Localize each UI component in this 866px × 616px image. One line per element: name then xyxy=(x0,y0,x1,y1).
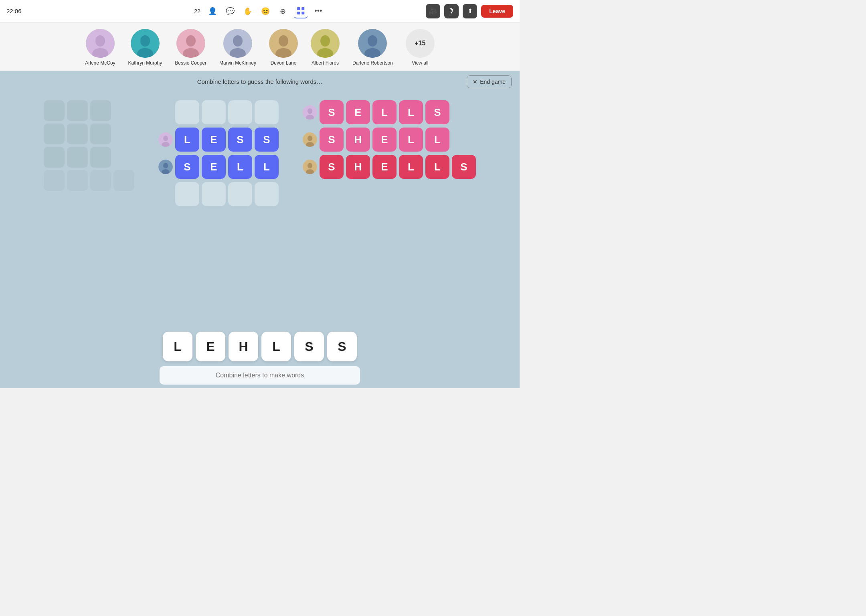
participants-bar: Arlene McCoy Kathryn Murphy Bessie Coope… xyxy=(0,22,520,71)
empty-tile xyxy=(255,182,279,206)
result-E3[interactable]: E xyxy=(372,155,397,179)
view-all-participant[interactable]: +15 View all xyxy=(406,29,435,66)
view-all-label: View all xyxy=(412,60,428,66)
result-H2[interactable]: H xyxy=(346,155,370,179)
participant-marvin: Marvin McKinney xyxy=(219,29,256,66)
bottom-tile-E[interactable]: E xyxy=(196,332,225,361)
tile-E2[interactable]: E xyxy=(202,155,226,179)
bottom-tile-S2[interactable]: S xyxy=(327,332,357,361)
bottom-area: L E H L S S xyxy=(160,332,360,385)
avatar-devon xyxy=(269,29,298,58)
result-S2[interactable]: S xyxy=(425,100,449,124)
result-L5[interactable]: L xyxy=(399,155,423,179)
view-all-button[interactable]: +15 xyxy=(406,29,435,58)
svg-point-14 xyxy=(233,35,243,47)
svg-point-29 xyxy=(163,163,168,168)
result-L4[interactable]: L xyxy=(425,128,449,152)
letter-tiles-row: L E H L S S xyxy=(163,332,357,361)
name-bessie: Bessie Cooper xyxy=(175,60,206,66)
grid-cell xyxy=(90,124,111,144)
tile-E1[interactable]: E xyxy=(202,128,226,152)
empty-tile xyxy=(228,100,252,124)
avatar-bessie xyxy=(176,29,205,58)
bottom-tile-H[interactable]: H xyxy=(229,332,258,361)
avatar-kathryn xyxy=(131,29,160,58)
bottom-tile-L2[interactable]: L xyxy=(261,332,291,361)
empty-tile xyxy=(228,182,252,206)
word-input[interactable] xyxy=(160,366,360,385)
svg-point-38 xyxy=(308,163,312,168)
boards-container: L E S S S E L L xyxy=(44,100,476,214)
result-H[interactable]: H xyxy=(346,128,370,152)
svg-point-26 xyxy=(163,136,168,141)
result-S5[interactable]: S xyxy=(452,155,476,179)
emoji-icon[interactable]: 😊 xyxy=(258,4,273,18)
end-game-button[interactable]: ✕ End game xyxy=(467,75,512,88)
participant-devon: Devon Lane xyxy=(269,29,298,66)
tile-S1[interactable]: S xyxy=(228,128,252,152)
result-S3[interactable]: S xyxy=(320,128,344,152)
avatar-darlene xyxy=(358,29,387,58)
game-area: Combine letters to guess the following w… xyxy=(0,71,520,388)
grid-cell xyxy=(67,100,88,121)
result-row-sells: S E L L S xyxy=(303,100,476,124)
result-L2[interactable]: L xyxy=(399,100,423,124)
left-grid xyxy=(44,100,134,214)
svg-point-23 xyxy=(368,35,377,47)
topbar: 22:06 22 👤 💬 ✋ 😊 ⊕ ••• 🎥 🎙 ⬆ Leave xyxy=(0,0,520,22)
mic-button[interactable]: 🎙 xyxy=(444,4,459,18)
tile-L1[interactable]: L xyxy=(175,128,199,152)
svg-rect-3 xyxy=(301,12,304,14)
tile-S3[interactable]: S xyxy=(175,155,199,179)
svg-rect-1 xyxy=(301,7,304,10)
add-icon[interactable]: ⊕ xyxy=(276,4,290,18)
participant-arlene: Arlene McCoy xyxy=(85,29,115,66)
empty-tile xyxy=(175,100,199,124)
reactions-icon[interactable]: ✋ xyxy=(241,4,255,18)
result1-avatar xyxy=(303,105,317,120)
bottom-tile-L[interactable]: L xyxy=(163,332,192,361)
grid-cell xyxy=(113,170,134,191)
topbar-right: 🎥 🎙 ⬆ Leave xyxy=(426,4,513,18)
time-display: 22:06 xyxy=(6,8,22,14)
name-marvin: Marvin McKinney xyxy=(219,60,256,66)
results-area: S E L L S S H E L L xyxy=(303,100,476,179)
svg-point-20 xyxy=(320,35,330,47)
grid-cell xyxy=(44,147,65,168)
result-S4[interactable]: S xyxy=(320,155,344,179)
grid-cell xyxy=(67,124,88,144)
camera-button[interactable]: 🎥 xyxy=(426,4,440,18)
avatar-marvin xyxy=(223,29,252,58)
more-icon[interactable]: ••• xyxy=(311,4,326,18)
tile-L3[interactable]: L xyxy=(255,155,279,179)
participants-icon[interactable]: 👤 xyxy=(205,4,220,18)
result-E[interactable]: E xyxy=(346,100,370,124)
name-darlene: Darlene Robertson xyxy=(352,60,393,66)
player2-avatar xyxy=(158,160,173,174)
grid-cell xyxy=(67,147,88,168)
grid-cell xyxy=(44,170,65,191)
game-header: Combine letters to guess the following w… xyxy=(0,71,520,92)
chat-icon[interactable]: 💬 xyxy=(223,4,237,18)
result-L[interactable]: L xyxy=(372,100,397,124)
leave-button[interactable]: Leave xyxy=(481,5,513,18)
bottom-tile-S[interactable]: S xyxy=(294,332,324,361)
apps-icon[interactable] xyxy=(293,4,308,18)
result-E2[interactable]: E xyxy=(372,128,397,152)
name-albert: Albert Flores xyxy=(312,60,339,66)
participant-bessie: Bessie Cooper xyxy=(175,29,206,66)
tile-L2[interactable]: L xyxy=(228,155,252,179)
svg-rect-2 xyxy=(297,12,300,14)
result3-avatar xyxy=(303,160,317,174)
share-button[interactable]: ⬆ xyxy=(463,4,477,18)
result-L6[interactable]: L xyxy=(425,155,449,179)
center-play-area: L E S S S E L L xyxy=(158,100,279,206)
participant-kathryn: Kathryn Murphy xyxy=(128,29,162,66)
tile-S2[interactable]: S xyxy=(255,128,279,152)
result-L3[interactable]: L xyxy=(399,128,423,152)
svg-rect-0 xyxy=(297,7,300,10)
svg-point-35 xyxy=(308,136,312,141)
grid-cell xyxy=(90,170,111,191)
result-S[interactable]: S xyxy=(320,100,344,124)
grid-cell xyxy=(44,100,65,121)
